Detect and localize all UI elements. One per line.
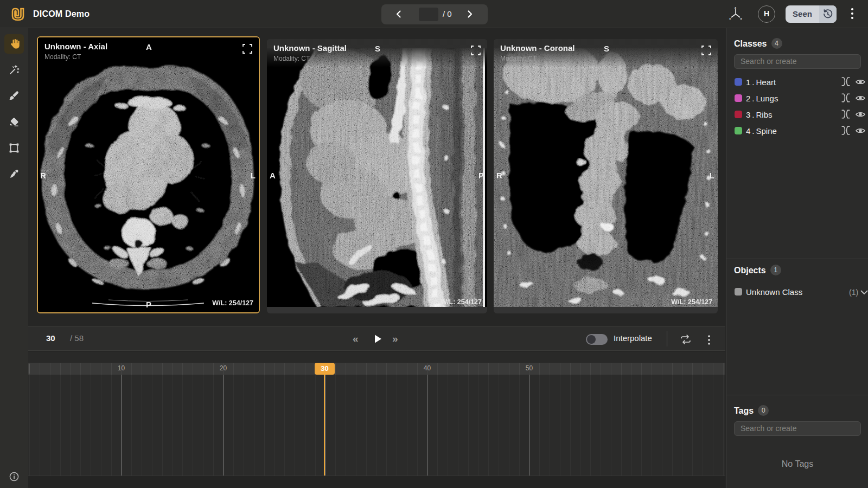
svg-text:y: y [741,17,743,20]
svg-text:z: z [735,6,736,9]
svg-text:x: x [729,17,731,20]
